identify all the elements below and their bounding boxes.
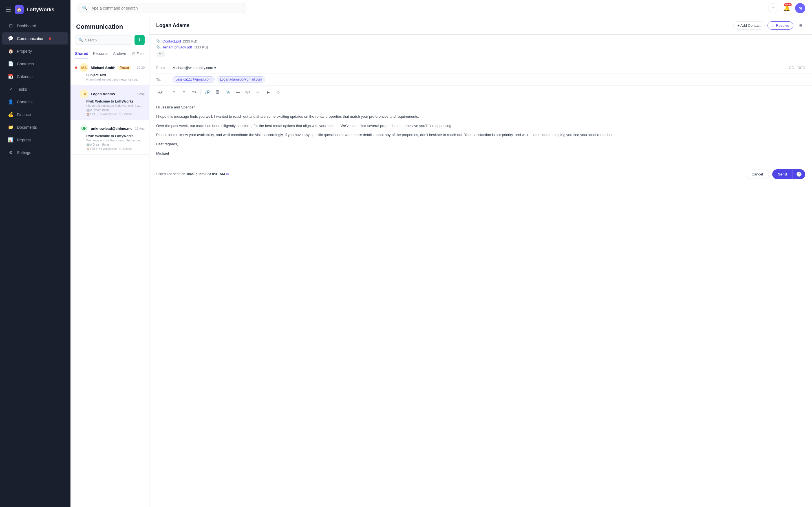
notification-button[interactable]: 🔔 NEW xyxy=(781,3,792,13)
compose-body[interactable]: Hi Jessica and Spencer, I hope this mess… xyxy=(149,99,812,166)
email-paragraph-3: Please let me know your availability, an… xyxy=(156,132,805,138)
sender-name: Michael Smith xyxy=(91,66,115,70)
search-bar[interactable]: 🔍 xyxy=(77,3,246,13)
more-attachments-button[interactable]: ••• xyxy=(156,51,165,57)
sender-tag: Tenant xyxy=(117,66,131,70)
list-item[interactable]: UK unknowlead@chime.me 12 Aug Fwd: Welco… xyxy=(70,120,149,155)
sidebar-item-communication[interactable]: 💬 Communication xyxy=(2,33,68,45)
message-time: 12 Aug xyxy=(135,127,145,130)
email-contact-name: Logan Adams xyxy=(156,22,190,29)
bcc-button[interactable]: BCC xyxy=(798,66,805,70)
sidebar-nav: ⊞ Dashboard 💬 Communication 🏠 Property 📄… xyxy=(0,19,70,159)
logo-icon: 🏠 xyxy=(15,5,24,14)
address-meta: 🏠 Flat 3, 83 Winchester Rd, Saltmar xyxy=(75,113,145,116)
paperclip-icon: 📎 xyxy=(156,39,161,43)
add-button[interactable]: + xyxy=(768,3,778,13)
divider-button[interactable]: — xyxy=(234,88,242,96)
ordered-list-button[interactable]: ≡ xyxy=(169,88,178,96)
sidebar-item-property[interactable]: 🏠 Property xyxy=(2,45,68,57)
tab-archive[interactable]: Archive xyxy=(113,48,126,59)
sidebar-item-contracts[interactable]: 📄 Contracts xyxy=(2,58,68,70)
cc-button[interactable]: CC xyxy=(789,66,794,70)
sidebar-item-dashboard[interactable]: ⊞ Dashboard xyxy=(2,20,68,32)
message-meta: 🏢 A Dream Home xyxy=(75,143,145,146)
new-message-button[interactable]: + xyxy=(135,35,145,45)
filter-icon: ⊟ xyxy=(132,52,135,56)
user-avatar[interactable]: M xyxy=(795,3,805,13)
app-logo[interactable]: 🏠 LoftyWorks xyxy=(0,0,70,19)
attachment-button[interactable]: 📎 xyxy=(223,88,232,96)
sidebar-item-calendar[interactable]: 📅 Calendar xyxy=(2,70,68,82)
email-panel: Logan Adams + Add Contact ✓ Resolve ≡ 📎 … xyxy=(149,16,812,507)
tab-personal[interactable]: Personal xyxy=(93,48,108,59)
from-selector[interactable]: Michael@westrealty.com ▾ xyxy=(172,66,216,70)
link-button[interactable]: 🔗 xyxy=(203,88,211,96)
message-search-input[interactable] xyxy=(85,38,129,42)
contacts-icon: 👤 xyxy=(8,99,13,105)
recipient-tag-1[interactable]: Jessica113@gmail.com xyxy=(172,76,214,82)
sidebar-item-tasks[interactable]: ✓ Tasks xyxy=(2,83,68,95)
align-button[interactable]: ≡▾ xyxy=(190,88,198,96)
property-meta: 🏢 A Dream Home xyxy=(86,108,109,112)
tab-shared[interactable]: Shared xyxy=(75,48,88,59)
send-button[interactable]: Send xyxy=(772,170,793,179)
recipient-tag-2[interactable]: Loganadams00@gmail.com xyxy=(217,76,265,82)
sidebar-item-finance[interactable]: 💰 Finance xyxy=(2,108,68,121)
sidebar-item-contacts[interactable]: 👤 Contacts xyxy=(2,96,68,108)
image-button[interactable]: 🖼 xyxy=(213,88,221,96)
hamburger-menu[interactable] xyxy=(6,8,11,11)
message-meta: 🏢 A Dream Home xyxy=(75,108,145,112)
topbar-actions: + 🔔 NEW M xyxy=(768,3,805,13)
attachment-2[interactable]: 📎 Tenant privacy.pdf (333 KB) xyxy=(156,45,805,49)
unordered-list-button[interactable]: ≡ xyxy=(180,88,188,96)
resolve-button[interactable]: ✓ Resolve xyxy=(767,21,794,30)
sidebar-label-contracts: Contracts xyxy=(17,62,34,66)
search-messages-icon: 🔍 xyxy=(79,38,83,42)
compose-from-row: From: Michael@westrealty.com ▾ CC BCC xyxy=(149,62,812,73)
sender-name: Logan Adams xyxy=(91,92,115,96)
emoji-button[interactable]: ☺ xyxy=(274,88,283,96)
sidebar-label-dashboard: Dashboard xyxy=(17,24,36,28)
search-input[interactable] xyxy=(90,6,242,10)
message-preview: I hope this message finds you well. I w.… xyxy=(75,104,145,107)
email-sign-1: Best regards, xyxy=(156,142,805,147)
compose-to-row: To: Jessica113@gmail.com Loganadams00@gm… xyxy=(149,73,812,86)
attachment-name-2: Tenant privacy.pdf xyxy=(162,45,192,49)
sidebar-label-property: Property xyxy=(17,49,32,54)
reports-icon: 📊 xyxy=(8,137,13,143)
list-item[interactable]: LA Logan Adams 18 Aug Fwd: Welcome to Lo… xyxy=(70,86,149,120)
cancel-button[interactable]: Cancel xyxy=(746,170,769,179)
email-menu-button[interactable]: ≡ xyxy=(796,21,805,30)
undo-button[interactable]: ↩ xyxy=(254,88,262,96)
dashboard-icon: ⊞ xyxy=(8,23,13,29)
communication-panel: Communication 🔍 + Shared Personal Archiv… xyxy=(70,16,149,507)
filter-button[interactable]: ⊟ Filter xyxy=(132,52,145,56)
list-item[interactable]: MS Michael Smith Tenant 22:30 Subject Te… xyxy=(70,59,149,86)
font-button[interactable]: A▾ xyxy=(156,88,165,96)
sidebar-label-documents: Documents xyxy=(17,125,37,129)
communication-badge xyxy=(49,38,51,40)
email-greeting: Hi Jessica and Spencer, xyxy=(156,105,805,110)
video-button[interactable]: ▶ xyxy=(264,88,272,96)
content-area: Communication 🔍 + Shared Personal Archiv… xyxy=(70,16,812,507)
compose-footer: Scheduled send on 18/August/2023 8:31 AM… xyxy=(149,166,812,182)
sidebar-label-communication: Communication xyxy=(17,36,44,41)
message-search-bar[interactable]: 🔍 xyxy=(75,36,132,45)
add-contact-button[interactable]: + Add Contact xyxy=(733,21,765,30)
main-area: 🔍 + 🔔 NEW M Communication 🔍 + xyxy=(70,0,812,507)
attachment-1[interactable]: 📎 Contact.pdf (333 KB) xyxy=(156,39,805,43)
settings-icon: ⚙ xyxy=(8,150,13,155)
sidebar-label-calendar: Calendar xyxy=(17,74,33,79)
sidebar-item-settings[interactable]: ⚙ Settings xyxy=(2,147,68,159)
code-button[interactable]: </> xyxy=(244,88,252,96)
paperclip-icon-2: 📎 xyxy=(156,45,161,49)
schedule-info: Scheduled send on 18/August/2023 8:31 AM… xyxy=(156,172,230,176)
sidebar-item-reports[interactable]: 📊 Reports xyxy=(2,134,68,146)
sidebar-label-tasks: Tasks xyxy=(17,87,27,92)
email-paragraph-1: I hope this message finds you well. I wa… xyxy=(156,114,805,120)
send-schedule-button[interactable]: 🕐 xyxy=(793,169,805,179)
edit-schedule-icon[interactable]: ✏ xyxy=(226,172,230,176)
address-meta-item: 🏠 Flat 3, 83 Winchester Rd, Saltmar xyxy=(86,147,133,151)
sidebar-item-documents[interactable]: 📁 Documents xyxy=(2,121,68,133)
message-header: UK unknowlead@chime.me 12 Aug xyxy=(75,124,145,133)
